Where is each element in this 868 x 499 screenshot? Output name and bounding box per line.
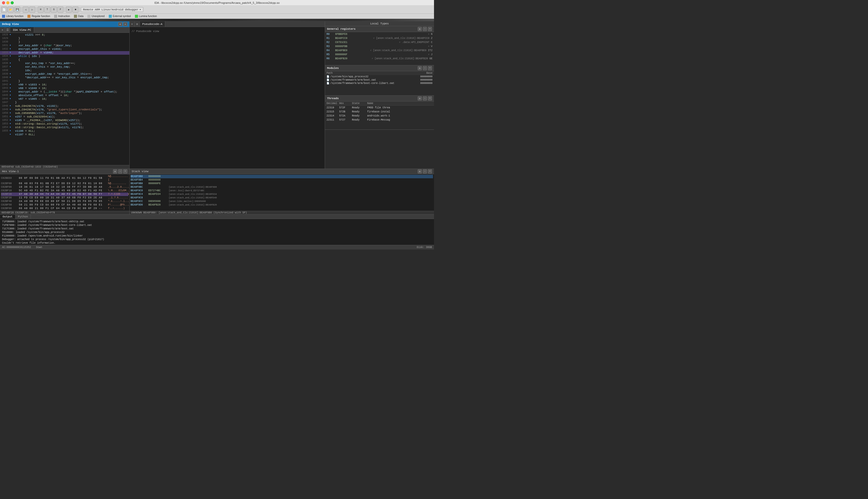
code-line-1837[interactable]: 1837 ● xor_key_this = xor_key_tmp; [0,65,129,69]
hex-row-3[interactable]: C02BF10 5C A9 4D F1 B2 FE 3A A8 45 49 2D… [1,189,128,193]
mod-close-btn[interactable]: + [428,66,432,70]
code-area[interactable]: 1828 ● v1221 >>= 8; 1829 } 1830 } 1831 [0,33,129,165]
close-button[interactable] [2,1,5,4]
back-button[interactable]: ◁ [23,7,29,13]
stack-close-btn[interactable]: + [428,169,432,173]
stack-settings-btn[interactable]: ⚙ [418,169,422,173]
hex-row-6[interactable]: C02BF40 2A A9 6B F0 EE E0 80 EF 50 21 D0… [1,200,128,203]
thr-settings-btn[interactable]: ⚙ [418,96,422,100]
hex-row-4[interactable]: C02BF20 37 A8 3D A9 44 74 A4 44 AD F2 45… [1,193,128,196]
stack-row-2[interactable]: BEA8F9B8 000000FE [130,182,433,185]
scroll-indicator[interactable] [0,19,434,21]
tab-pseudocode[interactable]: Pseudocode-A [140,21,165,27]
code-line-1838[interactable]: 1838 idx; [0,69,129,72]
reg-row-r0[interactable]: R0 6FBBDFE6 ⚡ N [325,32,434,36]
hex-button[interactable]: H [38,7,44,13]
forward-button[interactable]: ▷ [29,7,35,13]
open-button[interactable]: 📂 [8,7,14,13]
pseudocode-area[interactable]: // Pseudocode view [129,27,325,169]
code-line-1829[interactable]: 1829 } [0,37,129,40]
pseudo-icon-btn[interactable]: ⊞ [135,21,140,27]
reg-row-r1[interactable]: R1 BEA8FCC0 ⚡ [anon:stack_and_tls:21916]… [325,36,434,40]
stack-row-8[interactable]: BEA8F9D0 BEA8FB20 [anon:stack_and_tls:21… [130,203,433,207]
code-line-1830[interactable]: 1830 } [0,40,129,44]
thread-row-1[interactable]: 22315 572B Ready firebase-instal [325,110,434,114]
code-line-1831[interactable]: 1831 ● xor_key_addr = (char *)&xor_key; [0,44,129,48]
reg-row-r5[interactable]: R5 0000006F ⚡ J [325,52,434,57]
code-line-1854[interactable]: 1854 ● std::string::basic_string(&v1171,… [0,126,129,130]
save-button[interactable]: 💾 [14,7,20,13]
reg-row-r3[interactable]: R3 00006FBB ⚡ V [325,44,434,48]
code-line-1855[interactable]: 1855 ● v1196 = 0LL; [0,130,129,133]
output-content[interactable]: 71FDB000: loaded /system/framework/arm/b… [0,219,434,245]
code-line-1833[interactable]: 1833 ● decrypt_addr = v1048; [0,51,129,55]
stack-row-3[interactable]: BEA8F9BC [anon:stack_and_tls:21916]:BEA8… [130,185,433,189]
minimize-button[interactable] [7,1,9,4]
code-line-1841[interactable]: 1841 } [0,80,129,83]
code-line-1836[interactable]: 1836 ● xor_key_tmp = *xor_key_addr++; [0,62,129,65]
stack-content[interactable]: BEA8F9B0 00000000 BEA8F9B4 00000000 BEA8… [129,174,434,211]
stack-row-5[interactable]: BEA8F9C4 BEA8FD34 [anon:stack_and_tls:21… [130,193,433,196]
code-line-1853[interactable]: 1853 ● std::string::basic_string(v1175, … [0,122,129,126]
reg-settings-btn[interactable]: ⚙ [418,27,422,31]
hex-row-8[interactable]: C02BF60 66 A8 00 21 00 F1 CF 84 4A CD F9… [1,207,128,210]
hex-close-btn[interactable]: + [123,169,127,173]
thread-row-0[interactable]: 22319 572F Ready FMOD file threa [325,106,434,110]
modules-panel[interactable]: Path Base 📄 /system/bin/app_process32 00… [325,71,434,95]
thread-row-2[interactable]: 22314 572A Ready androidx.work-1 [325,114,434,118]
code-line-1845[interactable]: 1845 ● absolute_offset = offset + 16; [0,94,129,97]
mod-settings-btn[interactable]: ⚙ [418,66,422,70]
hex-row-2[interactable]: C02BF00 10 36 81 18 17 98 10 32 10 38 FF… [1,185,128,189]
stack-row-0[interactable]: BEA8F9B0 00000000 [130,175,433,178]
thread-row-3[interactable]: 22311 5727 Ready Firebase-Messag [325,118,434,122]
code-line-1840[interactable]: 1840 ● *decrypt_addr++ = xor_key_this ^ … [0,76,129,80]
code-line-1842[interactable]: 1842 ● v90 = v1033 + 16; [0,83,129,87]
code-line-1847[interactable]: 1847 } [0,101,129,105]
reg-row-r6[interactable]: R6 BEA8FB20 ⚡ [anon:stack_and_tls:21916]… [325,57,434,61]
code-line-1828[interactable]: 1828 ● v1221 >>= 8; [0,33,129,37]
code-line-extra[interactable]: ● v1197 = 0LL; [0,133,129,137]
code-line-1844[interactable]: 1844 ● encrypt_addr = (__int64 *)((char … [0,90,129,94]
mod-row-2[interactable]: 📄 /system/framework/arm/boot-core-libart… [325,82,434,85]
stack-minimize-btn[interactable]: − [423,169,427,173]
code-line-1851[interactable]: 1851 ● v257 = sub_C0232954(a1); [0,115,129,119]
stack-row-7[interactable]: BEA8F9CC D0D95600 [anon:libc_malloc]:D0D… [130,200,433,203]
code-line-1848[interactable]: 1848 ● sub_C0429C7A(v179, v1192); [0,105,129,108]
code-line-1850[interactable]: 1850 ● sub_C05895B6(v177, v1179, "auth/l… [0,112,129,115]
output-tab-output[interactable]: Output [0,215,15,219]
stack-row-4[interactable]: BEA8F9C0 ED7274BC [anon:.bss]:dword_ED72… [130,189,433,193]
hex-row-7[interactable]: C02BF50 50 21 00 F9 CD 8A 00 F9 CF 8A 40… [1,203,128,207]
reg-row-r2[interactable]: R2 C07D1CE1 ⚡ .data:API_ENDPOINT C [325,40,434,44]
ida-list-btn[interactable]: ☰ [5,27,10,33]
registers-panel[interactable]: R0 6FBBDFE6 ⚡ N R1 BEA8FCC0 ⚡ [anon:stac… [325,32,434,65]
thr-minimize-btn[interactable]: − [423,96,427,100]
new-button[interactable]: 📄 [1,7,7,13]
threads-panel[interactable]: Decimal Hex State Name 22319 572F Ready … [325,101,434,130]
code-line-1846[interactable]: 1846 ● v87 = v1065 - 16; [0,97,129,101]
thr-close-btn[interactable]: + [428,96,432,100]
hex-row-0[interactable]: C02BEE0 00 0F 09 D0 11 F8 01 0B AA F1 01… [1,175,128,182]
debug-view-close[interactable]: ✕ [123,22,127,26]
code-line-1834[interactable]: 1834 ● while ( idx ) [0,55,129,58]
maximize-button[interactable] [11,1,14,4]
code-line-1839[interactable]: 1839 ● encrypt_addr_tmp = *encrypt_addr_… [0,72,129,76]
mod-minimize-btn[interactable]: − [423,66,427,70]
hex-content[interactable]: C02BEE0 00 0F 09 D0 11 F8 01 0B AA F1 01… [0,174,129,211]
code-line-1835[interactable]: 1835 { [0,58,129,62]
code-line-1852[interactable]: 1852 ● v185 = __PAIR64__(v257, HIDWORD(v… [0,119,129,122]
stack-row-6[interactable]: BEA8F9C8 [anon:stack_and_tls:21916]:BEA8… [130,196,433,200]
reg-row-r4[interactable]: R4 BEA8FBE0 ⚡ [anon:stack_and_tls:21916]… [325,48,434,52]
stack-row-1[interactable]: BEA8F9B4 00000000 [130,178,433,182]
remote-debugger[interactable]: Remote ARM Linux/Android debugger ▾ [81,7,143,12]
stop-button[interactable]: ■ [72,7,78,13]
debug-button[interactable]: ▶ [66,7,72,13]
reg-minimize-btn[interactable]: − [423,27,427,31]
hex-settings-btn[interactable]: ⚙ [113,169,117,173]
code-line-1832[interactable]: 1832 ● encrypt_addr_this = v1033; [0,48,129,51]
hex-row-5[interactable]: C02BF30 11 FD CD E9 09 10 31 A8 37 A9 6B… [1,196,128,200]
code-line-1843[interactable]: 1843 ● v88 = v1048 + 16; [0,87,129,90]
hex-minimize-btn[interactable]: − [118,169,122,173]
decompile-button[interactable]: F [58,7,64,13]
output-tab-python[interactable]: Python [15,215,31,219]
pseudo-close-btn[interactable]: ✕ [129,21,135,27]
